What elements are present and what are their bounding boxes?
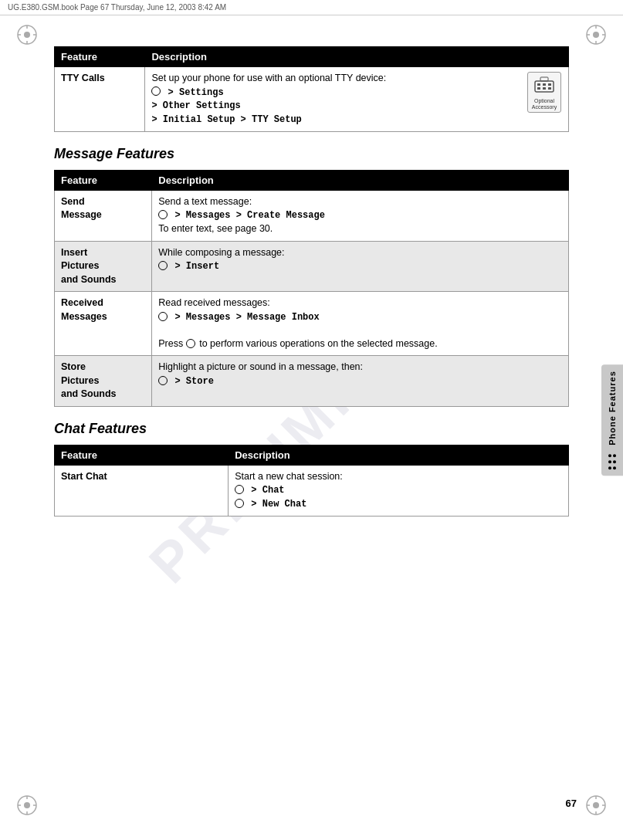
page-number: 67	[566, 798, 577, 809]
side-tab-dots	[608, 454, 616, 469]
tty-code-3: > Initial Setup > TTY Setup	[151, 114, 301, 125]
chat-features-heading: Chat Features	[54, 421, 569, 437]
tty-description: OptionalAccessory Set up your phone for …	[145, 67, 569, 132]
insert-feature: InsertPicturesand Sounds	[55, 241, 152, 292]
main-content: Feature Description TTY Calls	[39, 15, 584, 538]
side-tab: Phone Features	[601, 364, 623, 476]
menu-circle-icon	[158, 261, 168, 270]
menu-circle-icon	[235, 485, 244, 494]
received-code-1: > Messages > Message Inbox	[158, 312, 319, 323]
message-features-heading: Message Features	[54, 146, 569, 162]
corner-tr	[584, 23, 608, 46]
start-chat-code-2: > New Chat	[235, 499, 306, 510]
menu-circle-icon	[158, 376, 168, 385]
svg-point-1	[24, 32, 30, 38]
dot	[608, 466, 611, 469]
tty-code-2: > Other Settings	[151, 100, 240, 111]
store-code: > Store	[158, 376, 214, 387]
message-features-section: Message Features Feature Description Sen…	[54, 146, 569, 407]
svg-point-7	[593, 32, 599, 38]
tty-device-svg	[533, 75, 556, 97]
page-wrapper: PRELIMINARY UG.E380.GSM.book Page 67 Thu…	[0, 0, 623, 840]
insert-description: While composing a message: > Insert	[152, 241, 569, 292]
store-description: Highlight a picture or sound in a messag…	[152, 356, 569, 407]
start-chat-feature: Start Chat	[55, 465, 229, 516]
svg-rect-29	[543, 87, 546, 90]
svg-rect-27	[548, 83, 551, 86]
dot	[608, 454, 611, 457]
table-row: InsertPicturesand Sounds While composing…	[55, 241, 569, 292]
dot	[608, 460, 611, 463]
chat-features-section: Chat Features Feature Description Start …	[54, 421, 569, 517]
chat-header-feature: Feature	[55, 445, 229, 465]
menu-circle-icon	[186, 339, 195, 348]
received-messages-feature: ReceivedMessages	[55, 292, 152, 356]
tty-header-feature: Feature	[55, 47, 145, 67]
dot	[613, 454, 616, 457]
svg-rect-28	[537, 87, 540, 90]
table-row: SendMessage Send a text message: > Messa…	[55, 190, 569, 241]
msg-header-description: Description	[152, 170, 569, 190]
corner-br	[584, 794, 608, 817]
top-bar: UG.E380.GSM.book Page 67 Thursday, June …	[0, 0, 623, 15]
table-row: ReceivedMessages Read received messages:…	[55, 292, 569, 356]
svg-rect-24	[535, 81, 554, 92]
received-messages-description: Read received messages: > Messages > Mes…	[152, 292, 569, 356]
svg-rect-30	[548, 87, 551, 90]
dot	[613, 466, 616, 469]
tty-feature-name: TTY Calls	[55, 67, 145, 132]
message-table: Feature Description SendMessage Send a t…	[54, 170, 569, 407]
content-inner: Feature Description TTY Calls	[54, 46, 569, 517]
side-tab-text: Phone Features	[608, 371, 617, 445]
chat-table: Feature Description Start Chat Start a n…	[54, 445, 569, 517]
start-chat-description: Start a new chat session: > Chat > New C…	[229, 465, 569, 516]
menu-circle-icon	[235, 499, 244, 508]
send-message-description: Send a text message: > Messages > Create…	[152, 190, 569, 241]
svg-rect-26	[543, 83, 546, 86]
optional-accessory-label: OptionalAccessory	[530, 98, 558, 110]
start-chat-code-1: > Chat	[235, 485, 284, 496]
dot-row-2	[608, 460, 616, 463]
dot	[613, 460, 616, 463]
menu-circle-icon	[158, 210, 168, 219]
dot-row-1	[608, 454, 616, 457]
dot-row-3	[608, 466, 616, 469]
menu-circle-icon	[158, 312, 168, 321]
store-feature: StorePicturesand Sounds	[55, 356, 152, 407]
insert-code: > Insert	[158, 261, 219, 272]
tty-code-1: > Settings	[151, 87, 223, 98]
corner-bl	[15, 794, 39, 817]
table-row: TTY Calls	[55, 67, 569, 132]
icon-box: OptionalAccessory	[527, 72, 561, 113]
svg-point-19	[593, 802, 599, 808]
send-message-feature: SendMessage	[55, 190, 152, 241]
svg-rect-25	[537, 83, 540, 86]
chat-header-description: Description	[229, 445, 569, 465]
send-message-code: > Messages > Create Message	[158, 210, 325, 221]
table-row: Start Chat Start a new chat session: > C…	[55, 465, 569, 516]
corner-tl	[15, 23, 39, 46]
svg-point-13	[24, 802, 30, 808]
tty-section: Feature Description TTY Calls	[54, 46, 569, 132]
optional-accessory-icon: OptionalAccessory	[527, 72, 562, 113]
msg-header-feature: Feature	[55, 170, 152, 190]
tty-table: Feature Description TTY Calls	[54, 46, 569, 132]
menu-circle-icon	[151, 86, 161, 96]
top-bar-label: UG.E380.GSM.book Page 67 Thursday, June …	[8, 3, 226, 12]
tty-header-description: Description	[145, 47, 569, 67]
table-row: StorePicturesand Sounds Highlight a pict…	[55, 356, 569, 407]
